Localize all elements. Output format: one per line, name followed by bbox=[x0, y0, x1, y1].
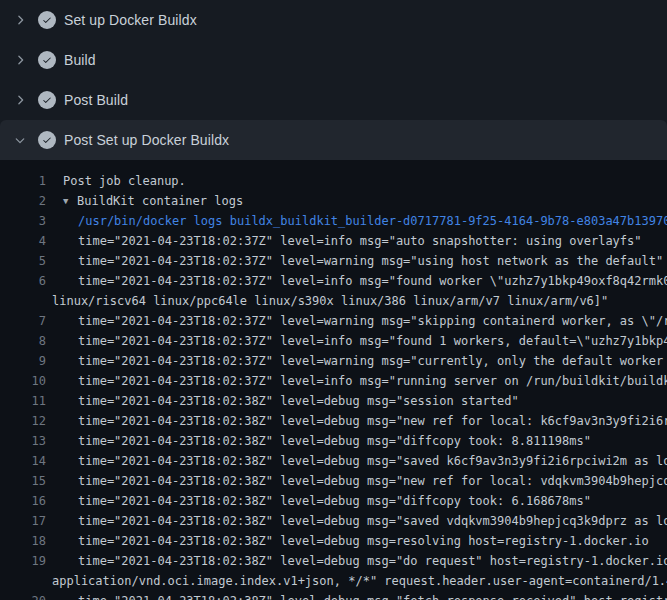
command-text: /usr/bin/docker logs buildx_buildkit_bui… bbox=[78, 214, 667, 228]
log-line: 13 ▼time="2021-04-23T18:02:38Z" level=de… bbox=[0, 431, 667, 451]
log-text: linux/riscv64 linux/ppc64le linux/s390x … bbox=[52, 294, 608, 308]
line-number[interactable]: 20 bbox=[0, 591, 46, 600]
line-number[interactable]: 5 bbox=[0, 251, 46, 271]
line-number[interactable]: 12 bbox=[0, 411, 46, 431]
line-number[interactable]: 14 bbox=[0, 451, 46, 471]
log-text: time="2021-04-23T18:02:38Z" level=debug … bbox=[78, 474, 667, 488]
log-text: time="2021-04-23T18:02:37Z" level=info m… bbox=[78, 334, 667, 348]
chevron-down-icon bbox=[12, 132, 28, 148]
line-number[interactable]: 8 bbox=[0, 331, 46, 351]
log-line: 3 ▼/usr/bin/docker logs buildx_buildkit_… bbox=[0, 211, 667, 231]
log-line: 10 ▼time="2021-04-23T18:02:37Z" level=in… bbox=[0, 371, 667, 391]
log-line: 17 ▼time="2021-04-23T18:02:38Z" level=de… bbox=[0, 511, 667, 531]
log-text: time="2021-04-23T18:02:37Z" level=info m… bbox=[78, 374, 667, 388]
steps-panel: Set up Docker Buildx Build Post Build bbox=[0, 0, 667, 160]
log-text: Post job cleanup. bbox=[63, 174, 186, 188]
log-panel[interactable]: 1 ▼Post job cleanup. 2 ▼BuildKit contain… bbox=[0, 160, 667, 600]
log-text: BuildKit container logs bbox=[77, 194, 243, 208]
log-text: time="2021-04-23T18:02:38Z" level=debug … bbox=[78, 434, 591, 448]
log-text: time="2021-04-23T18:02:37Z" level=info m… bbox=[78, 234, 642, 248]
log-line: ▼application/vnd.oci.image.index.v1+json… bbox=[0, 571, 667, 591]
check-circle-icon bbox=[38, 11, 56, 29]
log-text: time="2021-04-23T18:02:38Z" level=debug … bbox=[78, 414, 667, 428]
line-number[interactable]: 9 bbox=[0, 351, 46, 371]
line-number[interactable]: 10 bbox=[0, 371, 46, 391]
step-label: Post Build bbox=[64, 92, 128, 108]
log-text: time="2021-04-23T18:02:37Z" level=warnin… bbox=[78, 314, 667, 328]
log-text: time="2021-04-23T18:02:37Z" level=info m… bbox=[78, 274, 667, 288]
log-line: 14 ▼time="2021-04-23T18:02:38Z" level=de… bbox=[0, 451, 667, 471]
line-number[interactable]: 3 bbox=[0, 211, 46, 231]
step-label: Post Set up Docker Buildx bbox=[64, 132, 229, 148]
log-line: 4 ▼time="2021-04-23T18:02:37Z" level=inf… bbox=[0, 231, 667, 251]
log-line: 11 ▼time="2021-04-23T18:02:38Z" level=de… bbox=[0, 391, 667, 411]
line-number[interactable]: 11 bbox=[0, 391, 46, 411]
log-text: time="2021-04-23T18:02:38Z" level=debug … bbox=[78, 394, 519, 408]
log-line: 9 ▼time="2021-04-23T18:02:37Z" level=war… bbox=[0, 351, 667, 371]
line-number[interactable]: 7 bbox=[0, 311, 46, 331]
chevron-right-icon bbox=[12, 92, 28, 108]
log-line: 2 ▼BuildKit container logs bbox=[0, 191, 667, 211]
log-text: time="2021-04-23T18:02:38Z" level=debug … bbox=[78, 534, 649, 548]
check-circle-icon bbox=[38, 91, 56, 109]
log-line: 20 ▼time="2021-04-23T18:02:38Z" level=de… bbox=[0, 591, 667, 600]
step-label: Set up Docker Buildx bbox=[64, 12, 197, 28]
step-row-post-set-up-docker-buildx[interactable]: Post Set up Docker Buildx bbox=[0, 120, 667, 160]
log-line: 8 ▼time="2021-04-23T18:02:37Z" level=inf… bbox=[0, 331, 667, 351]
log-text: time="2021-04-23T18:02:38Z" level=debug … bbox=[78, 594, 667, 600]
check-circle-icon bbox=[38, 51, 56, 69]
line-number[interactable]: 16 bbox=[0, 491, 46, 511]
log-line: 12 ▼time="2021-04-23T18:02:38Z" level=de… bbox=[0, 411, 667, 431]
log-line: 1 ▼Post job cleanup. bbox=[0, 171, 667, 191]
log-text: time="2021-04-23T18:02:38Z" level=debug … bbox=[78, 494, 591, 508]
line-number[interactable]: 6 bbox=[0, 271, 46, 291]
line-number[interactable]: 15 bbox=[0, 471, 46, 491]
line-number[interactable]: 19 bbox=[0, 551, 46, 571]
chevron-right-icon bbox=[12, 12, 28, 28]
step-row-post-build[interactable]: Post Build bbox=[0, 80, 667, 120]
log-line: 7 ▼time="2021-04-23T18:02:37Z" level=war… bbox=[0, 311, 667, 331]
log-line: 19 ▼time="2021-04-23T18:02:38Z" level=de… bbox=[0, 551, 667, 571]
log-line: 6 ▼time="2021-04-23T18:02:37Z" level=inf… bbox=[0, 271, 667, 291]
chevron-right-icon bbox=[12, 52, 28, 68]
log-line: ▼linux/riscv64 linux/ppc64le linux/s390x… bbox=[0, 291, 667, 311]
line-number bbox=[0, 571, 46, 591]
log-text: time="2021-04-23T18:02:37Z" level=warnin… bbox=[78, 354, 667, 368]
log-line: 16 ▼time="2021-04-23T18:02:38Z" level=de… bbox=[0, 491, 667, 511]
log-text: time="2021-04-23T18:02:38Z" level=debug … bbox=[78, 554, 667, 568]
line-number[interactable]: 17 bbox=[0, 511, 46, 531]
log-text: time="2021-04-23T18:02:38Z" level=debug … bbox=[78, 514, 667, 528]
log-text: application/vnd.oci.image.index.v1+json,… bbox=[52, 574, 667, 588]
log-line: 5 ▼time="2021-04-23T18:02:37Z" level=war… bbox=[0, 251, 667, 271]
line-number[interactable]: 1 bbox=[0, 171, 46, 191]
line-number bbox=[0, 291, 46, 311]
log-line: 15 ▼time="2021-04-23T18:02:38Z" level=de… bbox=[0, 471, 667, 491]
step-label: Build bbox=[64, 52, 96, 68]
check-circle-icon bbox=[38, 131, 56, 149]
log-text: time="2021-04-23T18:02:38Z" level=debug … bbox=[78, 454, 667, 468]
line-number[interactable]: 4 bbox=[0, 231, 46, 251]
step-row-build[interactable]: Build bbox=[0, 40, 667, 80]
step-row-set-up-docker-buildx[interactable]: Set up Docker Buildx bbox=[0, 0, 667, 40]
log-line: 18 ▼time="2021-04-23T18:02:38Z" level=de… bbox=[0, 531, 667, 551]
log-text: time="2021-04-23T18:02:37Z" level=warnin… bbox=[78, 254, 663, 268]
triangle-down-icon[interactable]: ▼ bbox=[63, 191, 77, 211]
line-number[interactable]: 13 bbox=[0, 431, 46, 451]
line-number[interactable]: 2 bbox=[0, 191, 46, 211]
line-number[interactable]: 18 bbox=[0, 531, 46, 551]
